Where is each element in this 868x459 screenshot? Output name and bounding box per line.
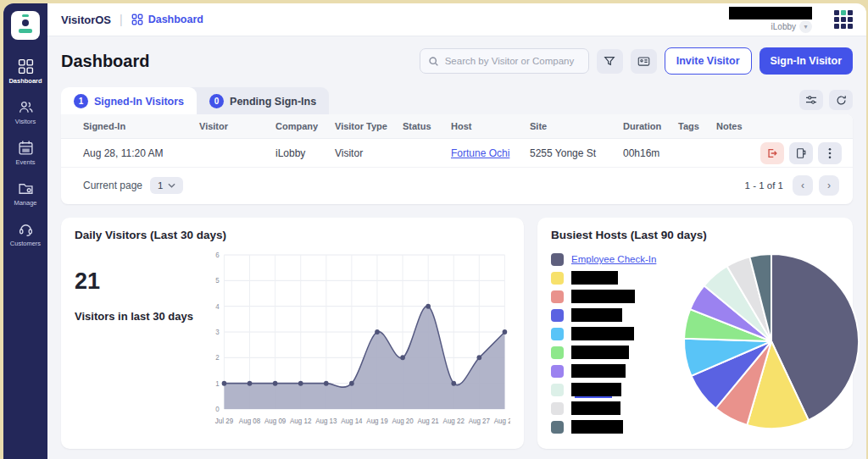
column-header-notes: Notes	[716, 121, 759, 131]
legend-swatch	[551, 253, 564, 266]
legend-swatch	[551, 272, 564, 285]
events-calendar-icon	[18, 140, 34, 156]
table-header-row: Signed-InVisitorCompanyVisitor TypeStatu…	[61, 114, 853, 139]
legend-swatch	[551, 290, 564, 303]
sidebar: Dashboard Visitors Events Manage Custome…	[3, 3, 47, 459]
svg-text:Aug 12: Aug 12	[290, 418, 312, 425]
legend-swatch	[551, 309, 564, 322]
next-page-button[interactable]: ›	[819, 175, 839, 196]
tab-label: Signed-In Visitors	[94, 96, 184, 108]
legend-item	[551, 418, 680, 436]
svg-text:4: 4	[215, 302, 220, 310]
column-header-visitor-type: Visitor Type	[335, 121, 403, 131]
legend-swatch	[551, 346, 564, 359]
visitoros-logo-icon[interactable]	[11, 11, 40, 40]
badge-view-button[interactable]	[631, 49, 657, 74]
refresh-icon	[836, 95, 847, 106]
daily-visitors-card: Daily Visitors (Last 30 days) 21 Visitor…	[61, 218, 524, 449]
sidebar-item-events[interactable]: Events	[8, 140, 42, 166]
page-title: Dashboard	[61, 52, 149, 71]
account-org-label: iLobby	[771, 22, 796, 31]
search-icon	[428, 56, 439, 67]
cell-company: iLobby	[275, 147, 335, 159]
redacted-host-name	[571, 420, 623, 434]
legend-item	[551, 324, 680, 343]
sidebar-item-manage[interactable]: Manage	[8, 180, 42, 207]
legend-item	[551, 362, 680, 380]
legend-item	[551, 268, 680, 287]
print-badge-icon	[795, 147, 807, 159]
daily-visitors-title: Daily Visitors (Last 30 days)	[75, 229, 510, 241]
sidebar-item-customers[interactable]: Customers	[8, 221, 42, 247]
svg-text:Aug 21: Aug 21	[417, 418, 439, 425]
refresh-button[interactable]	[829, 90, 853, 110]
svg-text:Aug 22: Aug 22	[443, 418, 465, 425]
chevron-down-icon[interactable]: ▾	[799, 20, 812, 33]
daily-visitors-chart: 0123456Jul 29Aug 08Aug 09Aug 12Aug 13Aug…	[203, 246, 510, 434]
svg-text:Aug 08: Aug 08	[239, 418, 261, 425]
svg-text:Aug 14: Aug 14	[341, 418, 363, 425]
svg-text:Aug 13: Aug 13	[315, 418, 337, 425]
column-header-site: Site	[530, 121, 623, 131]
tab-signed-in-visitors[interactable]: 1 Signed-In Visitors	[61, 87, 197, 114]
sign-out-button[interactable]	[760, 142, 784, 164]
customers-headset-icon	[18, 221, 34, 237]
column-settings-button[interactable]	[799, 90, 823, 110]
tab-label: Pending Sign-Ins	[230, 96, 316, 108]
column-header-company: Company	[275, 121, 335, 131]
visitors-table: Signed-InVisitorCompanyVisitor TypeStatu…	[61, 114, 853, 204]
svg-text:Aug 09: Aug 09	[264, 418, 287, 425]
legend-item	[551, 343, 680, 362]
sidebar-item-dashboard[interactable]: Dashboard	[8, 58, 42, 85]
legend-host-link[interactable]: Employee Check-In	[571, 254, 656, 264]
redacted-host-name	[571, 308, 622, 322]
svg-text:1: 1	[215, 379, 220, 387]
cell-visitor-type: Visitor	[335, 147, 403, 159]
visitor-count-kpi: 21	[75, 268, 203, 295]
sidebar-nav: Dashboard Visitors Events Manage Custome…	[8, 58, 42, 262]
svg-text:5: 5	[215, 277, 220, 285]
row-menu-button[interactable]	[818, 142, 842, 164]
svg-text:Aug 20: Aug 20	[392, 418, 414, 425]
busiest-hosts-pie	[680, 250, 863, 433]
search-input[interactable]	[445, 56, 581, 66]
legend-swatch	[551, 421, 564, 434]
table-row[interactable]: Aug 28, 11:20 AM iLobby Visitor Fortune …	[61, 139, 853, 168]
legend-item	[551, 380, 680, 399]
sidebar-item-visitors[interactable]: Visitors	[8, 99, 42, 125]
redacted-host-name	[571, 383, 621, 396]
id-card-icon	[637, 56, 650, 67]
pagination: Current page 1 1 - 1 of 1 ‹ ›	[61, 168, 853, 204]
svg-text:0: 0	[215, 406, 220, 413]
redacted-user-name	[729, 7, 812, 19]
breadcrumb[interactable]: Dashboard	[131, 14, 203, 25]
sign-out-icon	[766, 147, 778, 159]
legend-item	[551, 287, 680, 306]
app-window: Dashboard Visitors Events Manage Custome…	[3, 3, 866, 459]
legend-item: Employee Check-In	[551, 250, 680, 268]
filter-funnel-icon	[604, 55, 615, 67]
sign-in-visitor-button[interactable]: Sign-In Visitor	[760, 47, 854, 75]
page-select[interactable]: 1	[150, 177, 183, 194]
account-menu[interactable]: iLobby ▾	[729, 7, 812, 33]
host-link[interactable]: Fortune Ochi	[451, 147, 509, 159]
tab-count-badge: 1	[74, 94, 88, 108]
print-badge-button[interactable]	[789, 142, 813, 164]
breadcrumb-divider: |	[120, 13, 123, 26]
dashboard-grid-icon	[131, 14, 143, 25]
cell-duration: 00h16m	[623, 147, 678, 159]
redacted-host-name	[571, 327, 634, 340]
filter-button[interactable]	[597, 49, 623, 74]
tab-pending-sign-ins[interactable]: 0 Pending Sign-Ins	[197, 87, 329, 114]
visitor-count-label: Visitors in last 30 days	[75, 310, 203, 323]
legend-item	[551, 306, 680, 324]
invite-visitor-button[interactable]: Invite Visitor	[665, 47, 752, 75]
breadcrumb-label: Dashboard	[148, 14, 203, 25]
apps-grid-icon[interactable]	[834, 10, 853, 29]
prev-page-button[interactable]: ‹	[793, 175, 813, 196]
column-header-host: Host	[451, 121, 530, 131]
chevron-down-icon	[168, 183, 175, 188]
search-box[interactable]	[420, 48, 589, 74]
svg-text:Aug 27: Aug 27	[469, 418, 491, 425]
redacted-host-name	[571, 364, 626, 378]
